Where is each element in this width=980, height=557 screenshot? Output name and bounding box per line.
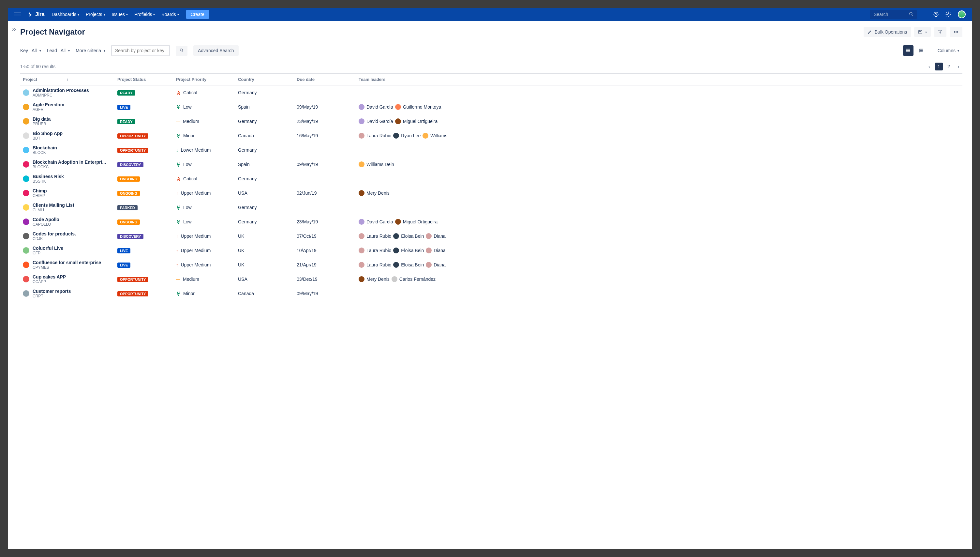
project-key: BLOCK	[33, 150, 57, 155]
view-list-button[interactable]	[903, 45, 913, 56]
priority-label: Medium	[183, 277, 199, 282]
column-project[interactable]: Project↑	[20, 74, 115, 85]
team-leader-chip[interactable]: Miguel Ortigueira	[395, 118, 438, 124]
nav-boards[interactable]: Boards▾	[158, 8, 182, 21]
project-key: BDT	[33, 136, 63, 140]
project-search-button[interactable]	[176, 46, 187, 56]
table-row[interactable]: ChimpCHIMPONGOING↑Upper MediumUSA02/Jun/…	[20, 186, 962, 200]
status-badge: OPPORTUNITY	[117, 148, 148, 153]
nav-profields[interactable]: Profields▾	[131, 8, 158, 21]
project-name: Confluence for small enterprise	[33, 260, 101, 265]
bulk-operations-button[interactable]: Bulk Operations	[864, 27, 911, 37]
team-leader-chip[interactable]: Williams	[423, 133, 447, 138]
table-row[interactable]: Coluorful LiveCFPLIVE↑Upper MediumUK10/A…	[20, 243, 962, 257]
project-name: Bio Shop App	[33, 131, 63, 136]
global-search[interactable]	[870, 10, 917, 19]
more-actions-button[interactable]: •••	[950, 27, 962, 37]
filter-more-criteria[interactable]: More criteria▾	[76, 48, 105, 53]
help-icon[interactable]	[930, 11, 941, 17]
project-icon	[23, 104, 29, 110]
menu-icon[interactable]	[12, 11, 23, 18]
priority-icon: ≫	[176, 105, 181, 109]
notifications-icon[interactable]	[918, 11, 929, 17]
table-row[interactable]: Code ApolloCAPOLLOONGOING≫LowGermany23/M…	[20, 215, 962, 229]
due-date-cell	[294, 171, 356, 186]
view-detail-button[interactable]	[915, 45, 926, 56]
table-row[interactable]: Big dataPRUEBREADY—MediumGermany23/May/1…	[20, 114, 962, 129]
project-name: Codes for products.	[33, 231, 76, 236]
team-leader-chip[interactable]: David García	[359, 118, 393, 124]
team-leader-chip[interactable]: Laura Rubio	[359, 133, 391, 138]
profile-avatar[interactable]	[955, 10, 968, 18]
svg-rect-0	[15, 12, 21, 12]
team-leader-chip[interactable]: Mery Denis	[359, 190, 390, 196]
table-row[interactable]: Clients Mailing ListCLMLLPARKED≫LowGerma…	[20, 200, 962, 215]
save-view-button[interactable]: ▾	[914, 27, 931, 37]
team-leader-chip[interactable]: Williams Dein	[359, 161, 394, 167]
nav-projects[interactable]: Projects▾	[83, 8, 109, 21]
team-leader-chip[interactable]: Carlos Fernández	[392, 276, 436, 282]
team-leader-chip[interactable]: Laura Rubio	[359, 262, 391, 268]
team-leader-chip[interactable]: Ryan Lee	[393, 133, 421, 138]
team-leader-chip[interactable]: Miguel Ortigueira	[395, 219, 438, 225]
columns-dropdown[interactable]: Columns▾	[934, 48, 962, 53]
table-row[interactable]: Bio Shop AppBDTOPPORTUNITY≫MinorCanada16…	[20, 129, 962, 143]
column-country[interactable]: Country	[236, 74, 294, 85]
table-row[interactable]: Customer reportsCRPTOPPORTUNITY≫MinorCan…	[20, 286, 962, 301]
table-row[interactable]: Agile FreedomAGFRLIVE≫LowSpain09/May/19D…	[20, 100, 962, 114]
more-icon: •••	[954, 29, 959, 34]
settings-icon[interactable]	[943, 11, 954, 17]
team-leader-chip[interactable]: David García	[359, 104, 393, 110]
page-prev-button[interactable]: ‹	[925, 63, 933, 70]
due-date-cell: 02/Jun/19	[294, 186, 356, 200]
sidebar-collapse-toggle[interactable]	[8, 21, 20, 549]
table-row[interactable]: Blockchain Adoption in Enterpri...BLOCKC…	[20, 157, 962, 171]
filter-lead[interactable]: Lead : All▾	[47, 48, 70, 53]
avatar	[426, 233, 432, 239]
team-leader-chip[interactable]: Eloisa Bein	[393, 248, 424, 253]
column-status[interactable]: Project Status	[115, 74, 174, 85]
project-search-input[interactable]	[111, 45, 170, 56]
page-2-button[interactable]: 2	[945, 63, 952, 70]
team-leader-chip[interactable]: Mery Denis	[359, 276, 390, 282]
team-leader-chip[interactable]: Diana	[426, 248, 446, 253]
project-name: Clients Mailing List	[33, 202, 74, 208]
jira-logo[interactable]: Jira	[25, 11, 47, 17]
table-row[interactable]: Confluence for small enterpriseCPYMESLIV…	[20, 257, 962, 272]
status-badge: OPPORTUNITY	[117, 134, 148, 138]
team-leader-chip[interactable]: David García	[359, 219, 393, 225]
team-leader-chip[interactable]: Eloisa Bein	[393, 233, 424, 239]
avatar	[359, 104, 364, 110]
table-row[interactable]: Business RiskBSSRKONGOING≫CriticalGerman…	[20, 171, 962, 186]
team-leader-chip[interactable]: Laura Rubio	[359, 233, 391, 239]
team-leader-chip[interactable]: Guillermo Montoya	[395, 104, 441, 110]
country-cell: Spain	[236, 100, 294, 114]
filter-key[interactable]: Key : All▾	[20, 48, 41, 53]
team-leaders-cell: David GarcíaMiguel Ortigueira	[359, 118, 960, 124]
column-priority[interactable]: Project Priority	[174, 74, 236, 85]
page-1-button[interactable]: 1	[935, 63, 943, 70]
team-leader-chip[interactable]: Diana	[426, 262, 446, 268]
table-row[interactable]: Administration ProcessesADMNPRCREADY≫Cri…	[20, 85, 962, 100]
page-next-button[interactable]: ›	[954, 63, 962, 70]
search-icon[interactable]	[906, 10, 917, 19]
country-cell: UK	[236, 243, 294, 257]
project-name: Coluorful Live	[33, 246, 63, 251]
create-button[interactable]: Create	[186, 10, 209, 19]
table-row[interactable]: Codes for products.CDJKDISCOVERY↑Upper M…	[20, 229, 962, 243]
team-leaders-cell: Laura RubioEloisa BeinDiana	[359, 233, 960, 239]
column-due-date[interactable]: Due date	[294, 74, 356, 85]
top-navigation: Jira Dashboards▾Projects▾Issues▾Profield…	[8, 8, 972, 21]
global-search-input[interactable]	[870, 10, 906, 19]
nav-issues[interactable]: Issues▾	[109, 8, 131, 21]
team-leader-chip[interactable]: Diana	[426, 233, 446, 239]
advanced-search-button[interactable]: Advanced Search	[193, 45, 239, 56]
project-icon	[23, 204, 29, 211]
nav-dashboards[interactable]: Dashboards▾	[48, 8, 83, 21]
export-button[interactable]	[934, 27, 946, 37]
table-row[interactable]: Cup cakes APPCCAPPOPPORTUNITY—MediumUSA0…	[20, 272, 962, 286]
team-leader-chip[interactable]: Laura Rubio	[359, 248, 391, 253]
table-row[interactable]: BlockchainBLOCKOPPORTUNITY↓Lower MediumG…	[20, 143, 962, 157]
team-leader-chip[interactable]: Eloisa Bein	[393, 262, 424, 268]
column-team-leaders[interactable]: Team leaders	[356, 74, 962, 85]
